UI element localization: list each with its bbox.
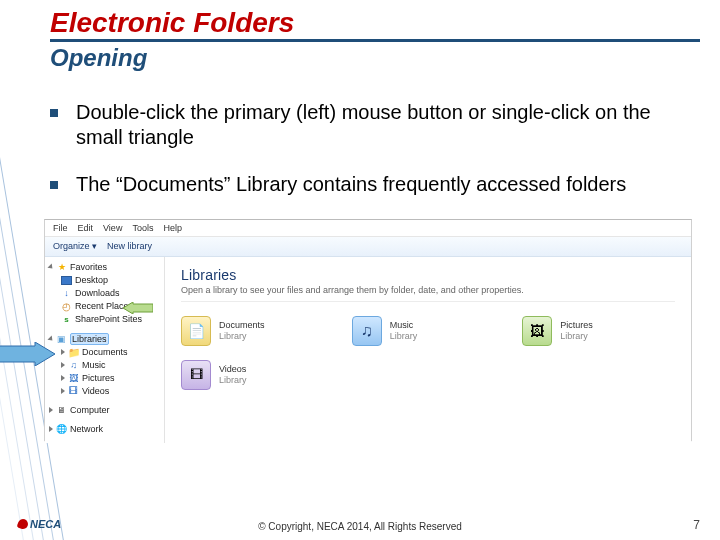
computer-icon (56, 405, 67, 416)
network-icon (56, 424, 67, 435)
folder-icon (68, 347, 79, 358)
libraries-icon: ▣ (56, 333, 67, 344)
nav-documents[interactable]: Documents (47, 346, 162, 359)
library-sub: Library (219, 331, 247, 341)
menu-file[interactable]: File (53, 223, 68, 233)
menu-bar: File Edit View Tools Help (45, 220, 691, 237)
documents-library-icon (181, 316, 211, 346)
nav-label: Computer (70, 405, 110, 415)
library-sub: Library (219, 375, 247, 385)
nav-item-label: Videos (82, 386, 109, 396)
menu-tools[interactable]: Tools (132, 223, 153, 233)
expand-icon[interactable] (61, 362, 65, 368)
nav-label: Favorites (70, 262, 107, 272)
nav-item-label: Pictures (82, 373, 115, 383)
expand-icon[interactable] (49, 426, 53, 432)
menu-edit[interactable]: Edit (78, 223, 94, 233)
organize-button[interactable]: Organize ▾ (53, 241, 97, 251)
svg-marker-5 (0, 342, 55, 366)
nav-item-label: Music (82, 360, 106, 370)
desktop-icon (61, 275, 72, 286)
music-icon (68, 360, 79, 371)
library-name: Music (390, 320, 414, 330)
content-pane: Libraries Open a library to see your fil… (165, 257, 691, 443)
library-item-pictures[interactable]: PicturesLibrary (522, 316, 675, 346)
nav-downloads[interactable]: Downloads (47, 287, 162, 300)
library-item-documents[interactable]: DocumentsLibrary (181, 316, 334, 346)
library-name: Documents (219, 320, 265, 330)
slide-title: Electronic Folders (50, 8, 700, 42)
svg-marker-6 (123, 302, 153, 314)
music-library-icon (352, 316, 382, 346)
slide-subtitle: Opening (50, 44, 700, 72)
expand-icon[interactable] (49, 407, 53, 413)
nav-desktop[interactable]: Desktop (47, 274, 162, 287)
nav-item-label: Downloads (75, 288, 120, 298)
navigation-pane: ★ Favorites Desktop Downloads Recent Pla… (45, 257, 165, 443)
nav-favorites[interactable]: ★ Favorites (47, 261, 162, 274)
toolbar: Organize ▾ New library (45, 237, 691, 257)
content-heading: Libraries (181, 267, 675, 283)
bullet-item: The “Documents” Library contains frequen… (50, 172, 680, 197)
new-library-button[interactable]: New library (107, 241, 152, 251)
expand-icon[interactable] (47, 264, 54, 271)
videos-icon (68, 386, 79, 397)
nav-item-label: Documents (82, 347, 128, 357)
nav-item-label: SharePoint Sites (75, 314, 142, 324)
menu-view[interactable]: View (103, 223, 122, 233)
library-sub: Library (390, 331, 418, 341)
library-name: Videos (219, 364, 246, 374)
recent-icon (61, 301, 72, 312)
callout-arrow-icon (0, 342, 55, 366)
nav-label: Libraries (70, 333, 109, 345)
explorer-window: File Edit View Tools Help Organize ▾ New… (44, 219, 692, 441)
expand-icon[interactable] (61, 349, 65, 355)
bullet-item: Double-click the primary (left) mouse bu… (50, 100, 680, 150)
bullet-list: Double-click the primary (left) mouse bu… (50, 100, 700, 197)
nav-sharepoint[interactable]: SharePoint Sites (47, 313, 162, 326)
nav-network[interactable]: Network (47, 423, 162, 436)
expand-icon[interactable] (61, 388, 65, 394)
callout-small-arrow-icon (123, 302, 153, 314)
sharepoint-icon (61, 314, 72, 325)
content-subtext: Open a library to see your files and arr… (181, 285, 675, 302)
star-icon: ★ (56, 262, 67, 273)
library-sub: Library (560, 331, 588, 341)
nav-music[interactable]: Music (47, 359, 162, 372)
nav-pictures[interactable]: Pictures (47, 372, 162, 385)
library-item-videos[interactable]: VideosLibrary (181, 360, 334, 390)
library-item-music[interactable]: MusicLibrary (352, 316, 505, 346)
nav-videos[interactable]: Videos (47, 385, 162, 398)
menu-help[interactable]: Help (163, 223, 182, 233)
nav-computer[interactable]: Computer (47, 404, 162, 417)
library-name: Pictures (560, 320, 593, 330)
expand-icon[interactable] (61, 375, 65, 381)
download-icon (61, 288, 72, 299)
nav-item-label: Desktop (75, 275, 108, 285)
videos-library-icon (181, 360, 211, 390)
nav-label: Network (70, 424, 103, 434)
pictures-library-icon (522, 316, 552, 346)
nav-libraries[interactable]: ▣ Libraries (47, 332, 162, 346)
pictures-icon (68, 373, 79, 384)
